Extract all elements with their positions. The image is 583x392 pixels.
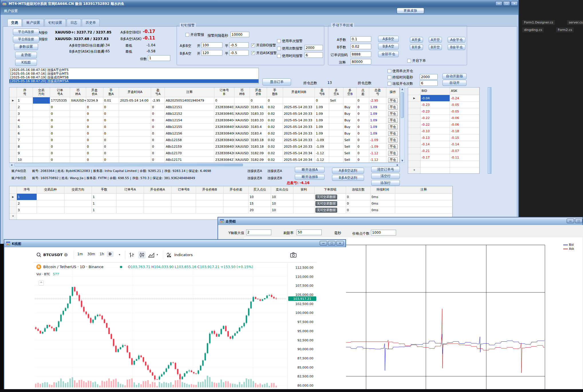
header-cell[interactable]: 开仓价格A: [144, 186, 171, 193]
header-cell[interactable]: 交易方向: [64, 186, 92, 193]
b-long-a-short-button[interactable]: B多A空: [378, 43, 399, 50]
header-cell[interactable]: 盈 亏A: [151, 88, 165, 97]
header-cell[interactable]: 点 差: [357, 88, 369, 97]
table-row[interactable]: ▶-0.04-0.24: [408, 95, 479, 102]
header-cell[interactable]: 开盘 价A: [86, 88, 103, 97]
header-cell[interactable]: 多 空B: [343, 88, 357, 97]
orders-table[interactable]: 序 号交易 方向订单 号A币 种A开盘 价A手 数A开盘时间A盈 亏A注释订单号…: [9, 87, 400, 163]
header-cell[interactable]: 序号: [17, 186, 37, 193]
header-cell[interactable]: 注释: [395, 186, 452, 193]
close-position-button[interactable]: 平仓: [388, 138, 398, 142]
close-icon[interactable]: ×: [336, 241, 344, 246]
left-button-4[interactable]: 走势图: [15, 52, 37, 58]
minimize-icon[interactable]: —: [495, 1, 502, 6]
header-cell[interactable]: 持续时间: [371, 186, 395, 193]
tab-5[interactable]: 历史单: [82, 19, 100, 26]
interval-1h[interactable]: 1h: [98, 251, 106, 257]
table-row[interactable]: -0.23-0.05: [408, 108, 479, 115]
header-cell[interactable]: ASK: [450, 88, 479, 95]
count-alarm-input[interactable]: 2000: [305, 45, 323, 50]
enable-order-checkbox[interactable]: 开启下单: [407, 58, 426, 63]
header-cell[interactable]: 下单按钮: [315, 186, 346, 193]
header-cell[interactable]: 交易 方向: [33, 88, 50, 97]
single-open-checkbox[interactable]: 使用单次开仓: [388, 69, 413, 74]
header-cell[interactable]: 卖出点位: [271, 186, 293, 193]
no-trade-data-button[interactable]: 无可交易数据: [315, 201, 337, 206]
close-position-button[interactable]: 平仓: [388, 144, 398, 149]
close-position-button[interactable]: 平仓: [388, 131, 398, 136]
b-open-long-button[interactable]: B开多: [410, 44, 423, 50]
time-alarm-input[interactable]: 6: [305, 52, 323, 58]
hedge-config-table[interactable]: 序号交易品种交易方向手数订单号A开仓价格A订单号B开仓价格B开仓价差买入点位卖出…: [9, 186, 453, 220]
checkbox-icon[interactable]: [277, 47, 281, 50]
maximize-icon[interactable]: □: [575, 219, 582, 223]
collapse-pane-icon[interactable]: ^: [39, 280, 44, 286]
maximize-icon[interactable]: □: [328, 241, 335, 246]
close-position-button[interactable]: 平仓: [388, 151, 398, 156]
header-cell[interactable]: 手数: [92, 186, 116, 193]
close-all-button[interactable]: 全部平仓: [378, 51, 399, 57]
a-open-long-button[interactable]: A开多: [410, 37, 423, 43]
vs-tab-form1-designer[interactable]: Form1.Designer.cs: [522, 20, 555, 25]
close-icon[interactable]: ×: [511, 1, 518, 6]
table-row[interactable]: 60000ABb121562328308406XAUUSD3183.40.022…: [9, 130, 400, 137]
chart-type-candle-icon[interactable]: [138, 251, 146, 259]
b-close-all-button[interactable]: B全平仓: [448, 44, 465, 50]
header-cell[interactable]: 手 数A: [103, 88, 119, 97]
orders-hscrollbar[interactable]: ◀▶: [9, 163, 400, 167]
table-row[interactable]: -0.22-0.06: [408, 115, 479, 121]
table-row[interactable]: -0.21-0.07: [408, 148, 479, 154]
b-reach-button[interactable]: B多A空达到: [332, 175, 364, 181]
table-row[interactable]: [408, 161, 479, 167]
table-row[interactable]: -0.17-0.11: [408, 154, 479, 161]
table-row[interactable]: -0.10-0.18: [408, 128, 479, 134]
a-lots-input[interactable]: 0.1: [351, 36, 371, 42]
close-position-button[interactable]: 平仓: [388, 98, 398, 103]
table-row[interactable]: -0.22-0.06: [408, 121, 479, 128]
table-row[interactable]: 50000ABb121552328308405XAUUSD3183.40.022…: [9, 124, 400, 130]
bid-alarm-checkbox[interactable]: 开启BID报警: [251, 43, 276, 48]
auto-open-button[interactable]: 自动开: [442, 80, 467, 86]
header-cell[interactable]: 币 种A: [70, 88, 86, 97]
b-open-input[interactable]: 120: [201, 50, 222, 56]
log-line[interactable]: [2025-05-16 08:47:16] 连接B平台MT5: [9, 72, 258, 76]
b-open-short-button[interactable]: B开空: [429, 44, 442, 50]
table-row[interactable]: 100000ABs121712328308427XAUUSD3182.090.0…: [9, 157, 400, 163]
log-listbox[interactable]: [2025-05-16 08:47:16] 连接A平台MT5[2025-05-1…: [9, 68, 259, 84]
clear-row-button[interactable]: 清空行: [371, 173, 400, 179]
minimize-icon[interactable]: —: [567, 219, 574, 223]
vs-tab-dingding[interactable]: dingding.cs: [522, 27, 544, 32]
header-cell[interactable]: 盈 亏B: [315, 88, 329, 97]
change-skin-button[interactable]: 更换皮肤: [397, 8, 424, 14]
orders-vscrollbar[interactable]: ▲▼: [400, 87, 405, 163]
clear-order-id-button[interactable]: 清空订单号: [371, 167, 400, 172]
count-alarm-checkbox[interactable]: 使用次数报警: [277, 46, 303, 51]
close-position-button[interactable]: 平仓: [388, 105, 398, 110]
open-times-input[interactable]: 6: [420, 80, 438, 86]
log-line[interactable]: [2025-05-16 08:47:19] 连接成功MT5B: [9, 76, 258, 79]
bid-ask-table[interactable]: BIDASK▶-0.04-0.24-0.23-0.05-0.23-0.05-0.…: [408, 87, 480, 174]
disconnect-b-button[interactable]: 断开连接B: [295, 174, 325, 180]
table-row[interactable]: 70000ABs121582328308408XAUUSD3183.180.02…: [9, 137, 400, 143]
tab-4[interactable]: 日志: [67, 19, 81, 26]
open-times-checkbox[interactable]: 连续开仓次数: [388, 81, 413, 86]
time-alarm-checkbox[interactable]: 使用时间报警: [277, 54, 303, 58]
header-cell[interactable]: 开盘时间A: [119, 88, 151, 97]
indicators-icon[interactable]: [166, 252, 173, 259]
trend-titlebar[interactable]: 走势图 — □: [218, 217, 582, 225]
close-position-button[interactable]: 平仓: [388, 157, 398, 162]
interval-1m[interactable]: 1m: [75, 251, 85, 257]
header-cell[interactable]: 开仓价差: [224, 186, 249, 193]
tab-1[interactable]: 交易: [7, 19, 22, 26]
a-open-short-button[interactable]: A开空: [429, 37, 442, 43]
checkbox-icon[interactable]: [407, 59, 411, 63]
ymax-input[interactable]: 2: [246, 229, 271, 235]
table-row[interactable]: -0.13-0.15: [408, 134, 479, 141]
a-close-all-button[interactable]: A全平仓: [448, 37, 465, 43]
header-cell[interactable]: 获利: [293, 186, 315, 193]
table-row[interactable]: 90000ABs121702328308426XAUUSD3182.090.02…: [9, 150, 400, 157]
disconnect-a-button[interactable]: 断开连接A: [295, 167, 325, 173]
single-alarm-checkbox[interactable]: 使用单次报警: [277, 39, 303, 43]
checkbox-icon[interactable]: [388, 76, 391, 79]
a-open-input[interactable]: 100: [201, 42, 222, 48]
